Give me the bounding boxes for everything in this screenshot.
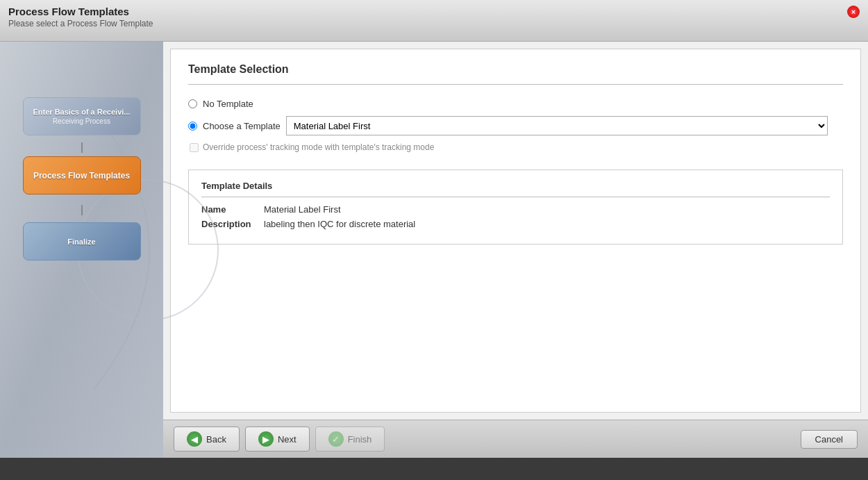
finish-label: Finish	[348, 434, 372, 445]
window-title: Process Flow Templates	[8, 6, 153, 17]
sidebar-step-finalize[interactable]: Finalize	[23, 222, 141, 260]
detail-name-row: Name Material Label First	[201, 204, 830, 215]
template-selection-section: Template Selection No Template Choose a …	[188, 63, 843, 152]
choose-template-radio[interactable]	[188, 122, 197, 131]
content-area: Template Selection No Template Choose a …	[163, 42, 868, 420]
sidebar-step-process-flow[interactable]: Process Flow Templates	[23, 156, 141, 195]
step-finalize-title: Finalize	[67, 238, 95, 246]
choose-template-row: Choose a Template Material Label First I…	[188, 116, 843, 135]
next-button[interactable]: ▶ Next	[245, 427, 310, 452]
step-receiving-subtitle: Receiving Process	[53, 117, 110, 125]
title-bar-content: Process Flow Templates Please select a P…	[8, 6, 153, 28]
content-wrapper: Template Selection No Template Choose a …	[163, 42, 868, 458]
sidebar-step-receiving[interactable]: Enter Basics of a Receivi... Receiving P…	[23, 97, 141, 135]
window-subtitle: Please select a Process Flow Template	[8, 19, 153, 28]
sidebar: Enter Basics of a Receivi... Receiving P…	[0, 42, 163, 458]
main-window: Process Flow Templates Please select a P…	[0, 0, 868, 480]
details-section-title: Template Details	[201, 181, 830, 197]
step-process-flow-title: Process Flow Templates	[33, 171, 130, 181]
content-panel: Template Selection No Template Choose a …	[170, 49, 861, 413]
bottom-nav-bar: ◀ Back ▶ Next ✓ Finish Cancel	[163, 420, 868, 458]
footer-bar	[0, 458, 868, 480]
cancel-area: Cancel	[390, 430, 858, 449]
name-label: Name	[201, 204, 264, 215]
no-template-radio[interactable]	[188, 99, 197, 108]
step-receiving-title: Enter Basics of a Receivi...	[33, 108, 130, 116]
description-value: labeling then IQC for discrete material	[264, 219, 415, 229]
section-title: Template Selection	[188, 63, 843, 76]
no-template-label: No Template	[203, 99, 253, 109]
section-divider	[188, 84, 843, 85]
detail-description-row: Description labeling then IQC for discre…	[201, 219, 830, 229]
override-checkbox-row: Override process' tracking mode with tem…	[190, 142, 843, 152]
finish-icon: ✓	[328, 431, 344, 447]
description-label: Description	[201, 219, 264, 229]
name-value: Material Label First	[264, 204, 341, 215]
main-content: Enter Basics of a Receivi... Receiving P…	[0, 42, 868, 458]
finish-button[interactable]: ✓ Finish	[315, 427, 385, 452]
close-button[interactable]: ×	[847, 6, 860, 18]
template-dropdown[interactable]: Material Label First IQC First Standard …	[286, 116, 828, 135]
cancel-button[interactable]: Cancel	[801, 430, 858, 449]
next-icon: ▶	[258, 431, 274, 447]
back-icon: ◀	[187, 431, 202, 447]
no-template-option[interactable]: No Template	[188, 99, 843, 109]
override-checkbox[interactable]	[190, 143, 199, 152]
back-label: Back	[206, 434, 226, 445]
title-bar: Process Flow Templates Please select a P…	[0, 0, 868, 42]
choose-template-label: Choose a Template	[203, 121, 281, 131]
next-label: Next	[278, 434, 297, 445]
override-label: Override process' tracking mode with tem…	[203, 142, 434, 152]
template-details-section: Template Details Name Material Label Fir…	[188, 169, 843, 245]
back-button[interactable]: ◀ Back	[174, 427, 240, 452]
